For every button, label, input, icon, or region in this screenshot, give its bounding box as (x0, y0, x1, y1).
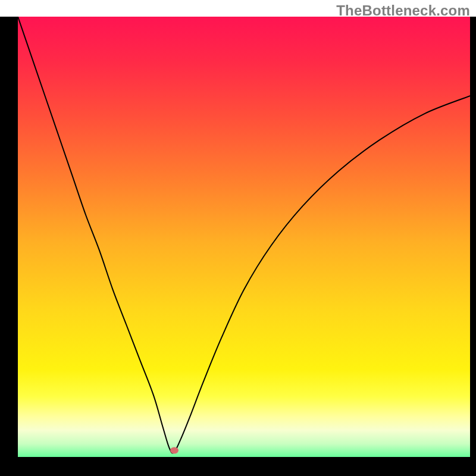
bottleneck-curve (18, 17, 470, 457)
chart-frame (0, 17, 476, 476)
plot-area (18, 17, 470, 457)
watermark-text: TheBottleneck.com (336, 2, 470, 19)
optimal-point-marker (170, 447, 178, 453)
